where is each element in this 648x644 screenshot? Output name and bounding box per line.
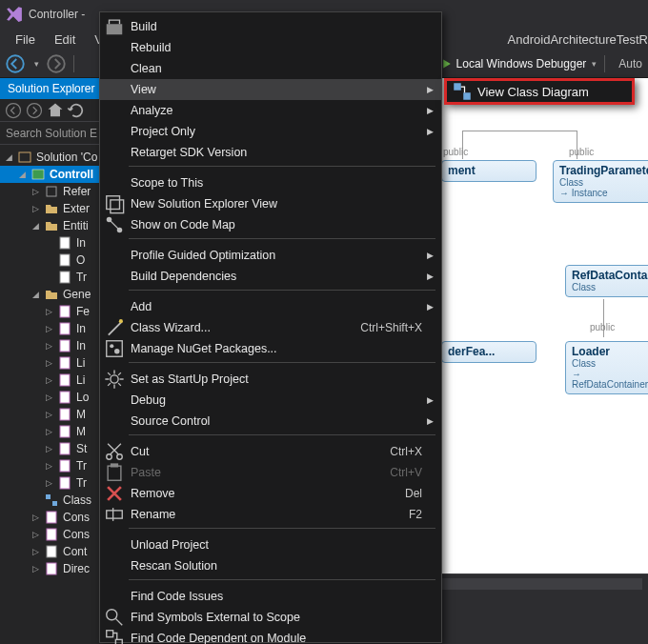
svg-rect-8 bbox=[60, 254, 70, 266]
newview-icon bbox=[104, 193, 125, 214]
svg-rect-39 bbox=[108, 466, 121, 480]
home-icon[interactable] bbox=[46, 101, 65, 120]
blank-icon bbox=[104, 411, 125, 432]
menu-item-retarget-sdk-version[interactable]: Retarget SDK Version bbox=[100, 142, 441, 163]
class-name: TradingParameter bbox=[559, 164, 648, 177]
rename-icon bbox=[104, 504, 125, 525]
menu-item-remove[interactable]: RemoveDel bbox=[100, 483, 441, 504]
h-file-icon bbox=[57, 304, 72, 319]
menu-item-show-on-code-map[interactable]: Show on Code Map bbox=[100, 214, 441, 235]
h-file-icon bbox=[57, 424, 72, 439]
menu-item-find-symbols-external-to-scope[interactable]: Find Symbols External to Scope bbox=[100, 607, 441, 628]
refresh-icon[interactable] bbox=[67, 101, 86, 120]
classdiagram-icon bbox=[44, 493, 59, 508]
svg-rect-33 bbox=[107, 341, 123, 357]
svg-rect-15 bbox=[60, 392, 70, 403]
menu-item-paste[interactable]: PasteCtrl+V bbox=[100, 462, 441, 483]
menu-edit[interactable]: Edit bbox=[45, 30, 85, 49]
auto-dropdown[interactable]: Auto bbox=[613, 57, 648, 70]
menu-item-analyze[interactable]: Analyze▶ bbox=[100, 100, 441, 121]
svg-rect-18 bbox=[60, 443, 70, 454]
menu-item-label: Find Symbols External to Scope bbox=[125, 611, 441, 624]
menu-item-clean[interactable]: Clean bbox=[100, 58, 441, 79]
menu-architecture[interactable]: Architecture bbox=[550, 32, 616, 47]
cpp-file-icon bbox=[57, 235, 72, 251]
menu-item-unload-project[interactable]: Unload Project bbox=[100, 534, 441, 555]
cpp-file-icon bbox=[57, 270, 72, 285]
menu-separator bbox=[100, 528, 441, 534]
menu-r[interactable]: R bbox=[639, 32, 648, 47]
tree-label: In bbox=[76, 322, 86, 335]
menu-item-find-code-issues[interactable]: Find Code Issues bbox=[100, 586, 441, 607]
svg-point-38 bbox=[117, 454, 123, 460]
class-box[interactable]: Loader Class → RefDataContainer bbox=[565, 341, 648, 394]
menu-item-set-as-startup-project[interactable]: Set as StartUp Project bbox=[100, 369, 441, 390]
menu-shortcut: Ctrl+Shift+X bbox=[360, 321, 441, 334]
back-icon[interactable] bbox=[4, 101, 23, 120]
folder-icon bbox=[44, 218, 59, 233]
svg-rect-11 bbox=[60, 323, 70, 334]
menu-item-debug[interactable]: Debug▶ bbox=[100, 390, 441, 411]
class-box[interactable]: derFea... bbox=[441, 341, 537, 363]
view-class-diagram-flyout[interactable]: View Class Diagram bbox=[444, 78, 635, 105]
menu-item-new-solution-explorer-view[interactable]: New Solution Explorer View bbox=[100, 193, 441, 214]
h-file-icon bbox=[57, 458, 72, 473]
h-file-icon bbox=[44, 527, 59, 542]
menu-item-label: New Solution Explorer View bbox=[125, 197, 441, 211]
blank-icon bbox=[104, 555, 125, 576]
menu-item-label: Add bbox=[125, 300, 441, 313]
forward-icon[interactable] bbox=[25, 101, 44, 120]
menu-item-manage-nuget-packages[interactable]: Manage NuGet Packages... bbox=[100, 338, 441, 359]
submenu-arrow-icon: ▶ bbox=[427, 251, 434, 260]
menu-android[interactable]: Android bbox=[508, 32, 551, 47]
nav-back-button[interactable] bbox=[6, 54, 25, 73]
view-class-diagram-label: View Class Diagram bbox=[472, 85, 589, 99]
menu-item-scope-to-this[interactable]: Scope to This bbox=[100, 172, 441, 193]
debug-target-selector[interactable]: Local Windows Debugger ▾ bbox=[441, 57, 597, 70]
svg-rect-16 bbox=[60, 409, 70, 420]
submenu-arrow-icon: ▶ bbox=[427, 85, 434, 94]
menu-item-label: Paste bbox=[125, 466, 390, 479]
menu-item-build-dependencies[interactable]: Build Dependencies▶ bbox=[100, 266, 441, 287]
menu-test[interactable]: Test bbox=[617, 32, 639, 47]
svg-rect-44 bbox=[115, 639, 122, 644]
tree-label: Tr bbox=[76, 271, 87, 284]
tree-label: Controll bbox=[50, 168, 93, 181]
menu-item-view[interactable]: View▶ bbox=[100, 79, 441, 100]
menu-item-rename[interactable]: RenameF2 bbox=[100, 504, 441, 525]
h-file-icon bbox=[57, 355, 72, 371]
cpp-file-icon bbox=[44, 544, 59, 559]
menu-item-cut[interactable]: CutCtrl+X bbox=[100, 441, 441, 462]
svg-rect-17 bbox=[60, 426, 70, 437]
tree-label: Exter bbox=[63, 202, 90, 215]
blank-icon bbox=[104, 142, 125, 163]
tree-label: Solution 'Co bbox=[36, 151, 97, 164]
folder-icon bbox=[44, 201, 59, 216]
menu-item-label: Set as StartUp Project bbox=[125, 372, 441, 386]
menu-file[interactable]: File bbox=[6, 30, 45, 49]
svg-point-34 bbox=[110, 344, 113, 348]
class-box[interactable]: TradingParameter Class → Instance bbox=[553, 160, 648, 203]
svg-rect-20 bbox=[60, 477, 70, 489]
menu-item-find-code-dependent-on-module[interactable]: Find Code Dependent on Module bbox=[100, 628, 441, 644]
build-icon bbox=[104, 16, 125, 37]
tree-label: Lo bbox=[76, 391, 89, 404]
blank-icon bbox=[104, 172, 125, 193]
blank-icon bbox=[104, 245, 125, 266]
menu-item-build[interactable]: Build bbox=[100, 16, 441, 37]
class-box[interactable]: ment bbox=[441, 160, 537, 182]
menu-item-add[interactable]: Add▶ bbox=[100, 296, 441, 317]
h-file-icon bbox=[57, 407, 72, 422]
menu-item-label: Manage NuGet Packages... bbox=[125, 342, 441, 355]
menu-item-rescan-solution[interactable]: Rescan Solution bbox=[100, 555, 441, 576]
menu-item-rebuild[interactable]: Rebuild bbox=[100, 37, 441, 58]
menu-item-label: Find Code Issues bbox=[125, 590, 441, 603]
class-box[interactable]: RefDataContainer Class bbox=[565, 265, 648, 297]
menu-item-class-wizard[interactable]: Class Wizard...Ctrl+Shift+X bbox=[100, 317, 441, 338]
submenu-arrow-icon: ▶ bbox=[427, 302, 434, 312]
menu-item-source-control[interactable]: Source Control▶ bbox=[100, 411, 441, 432]
nav-forward-button[interactable] bbox=[47, 54, 66, 73]
menu-item-project-only[interactable]: Project Only▶ bbox=[100, 121, 441, 142]
blank-icon bbox=[104, 37, 125, 58]
menu-item-profile-guided-optimization[interactable]: Profile Guided Optimization▶ bbox=[100, 245, 441, 266]
